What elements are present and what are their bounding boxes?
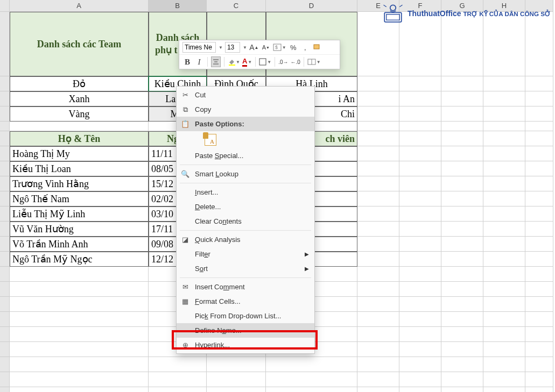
cell[interactable]	[10, 327, 149, 342]
cell[interactable]	[399, 106, 441, 122]
chevron-down-icon[interactable]: ▼	[219, 45, 223, 50]
cell[interactable]	[399, 191, 441, 206]
row-header[interactable]	[0, 161, 10, 176]
cell[interactable]	[483, 237, 525, 252]
row-header[interactable]	[0, 372, 10, 387]
cell[interactable]	[399, 282, 441, 297]
cell[interactable]	[441, 191, 483, 206]
cell-name[interactable]: Trương Vinh Hằng	[10, 176, 149, 191]
cell[interactable]	[441, 206, 483, 222]
cell[interactable]	[483, 267, 525, 282]
row-header[interactable]	[0, 297, 10, 312]
cell[interactable]	[525, 222, 553, 237]
increase-decimal-icon[interactable]: .0→	[278, 56, 288, 67]
cell[interactable]	[10, 387, 149, 392]
header-team-list[interactable]: Danh sách các Team	[10, 12, 149, 76]
row-header[interactable]	[0, 282, 10, 297]
cell[interactable]	[441, 297, 483, 312]
row-header[interactable]	[0, 327, 10, 342]
cell-name[interactable]: Ngô Thế Nam	[10, 191, 149, 206]
cell[interactable]	[399, 297, 441, 312]
col-header-D[interactable]: D	[266, 0, 357, 12]
cell[interactable]	[357, 297, 399, 312]
cell[interactable]	[357, 372, 399, 387]
cell[interactable]	[525, 357, 553, 372]
row-header[interactable]	[0, 76, 10, 91]
cell[interactable]	[441, 372, 483, 387]
comma-icon[interactable]: ,	[300, 42, 310, 53]
row-header[interactable]	[0, 176, 10, 191]
cell[interactable]	[10, 267, 149, 282]
font-color-icon[interactable]: A▼	[242, 56, 252, 67]
cell[interactable]	[441, 76, 483, 91]
cell[interactable]	[357, 237, 399, 252]
cell[interactable]	[357, 76, 399, 91]
cell[interactable]	[266, 357, 357, 372]
cell[interactable]	[357, 122, 399, 131]
cell-name[interactable]: Kiều Thị Loan	[10, 161, 149, 176]
cell[interactable]	[483, 131, 525, 146]
row-header[interactable]	[0, 222, 10, 237]
cell[interactable]	[525, 122, 553, 131]
format-painter-icon[interactable]	[312, 42, 322, 53]
cell[interactable]	[483, 122, 525, 131]
cell[interactable]	[483, 146, 525, 161]
menu-insert[interactable]: Insert...	[177, 185, 314, 199]
cell[interactable]	[399, 357, 441, 372]
cell[interactable]	[357, 282, 399, 297]
menu-insert-comment[interactable]: ✉ Insert Comment	[177, 280, 314, 294]
cell[interactable]	[483, 161, 525, 176]
col-header-C[interactable]: C	[207, 0, 266, 12]
cell[interactable]	[266, 387, 357, 392]
cell[interactable]	[399, 122, 441, 131]
cell[interactable]	[525, 206, 553, 222]
cell[interactable]	[399, 176, 441, 191]
cell[interactable]	[483, 76, 525, 91]
menu-sort[interactable]: Sort ▶	[177, 261, 314, 276]
row-header[interactable]	[0, 91, 10, 106]
cell[interactable]	[525, 106, 553, 122]
cell[interactable]	[357, 267, 399, 282]
cell[interactable]: Xanh	[10, 91, 149, 106]
menu-cut[interactable]: ✂ Cut	[177, 88, 314, 102]
cell[interactable]	[441, 252, 483, 267]
cell[interactable]	[525, 327, 553, 342]
cell-name[interactable]: Hoàng Thị My	[10, 146, 149, 161]
cell[interactable]	[399, 222, 441, 237]
cell[interactable]: Đỏ	[10, 76, 149, 91]
cell[interactable]	[266, 372, 357, 387]
paste-default-icon[interactable]: A	[205, 134, 216, 146]
menu-define-name[interactable]: Define Name...	[177, 323, 314, 338]
cell[interactable]	[483, 372, 525, 387]
row-header[interactable]	[0, 312, 10, 327]
cell[interactable]	[207, 357, 266, 372]
cell[interactable]	[357, 191, 399, 206]
cell[interactable]	[357, 106, 399, 122]
cell-name[interactable]: Võ Trần Minh Anh	[10, 237, 149, 252]
menu-hyperlink[interactable]: ⊕ Hyperlink...	[177, 338, 314, 352]
cell[interactable]	[441, 357, 483, 372]
cell[interactable]	[525, 191, 553, 206]
cell[interactable]	[357, 131, 399, 146]
cell[interactable]	[483, 252, 525, 267]
col-header-B[interactable]: B	[149, 0, 207, 12]
decrease-decimal-icon[interactable]: ←.0	[291, 56, 300, 67]
cell[interactable]	[10, 312, 149, 327]
cell[interactable]	[483, 222, 525, 237]
cell[interactable]	[483, 357, 525, 372]
cell[interactable]	[525, 161, 553, 176]
percent-icon[interactable]: %	[289, 42, 298, 53]
cell[interactable]	[357, 312, 399, 327]
cell[interactable]	[441, 161, 483, 176]
cell[interactable]	[525, 267, 553, 282]
row-header[interactable]	[0, 191, 10, 206]
cell[interactable]	[357, 252, 399, 267]
cell[interactable]	[357, 161, 399, 176]
cell[interactable]	[483, 312, 525, 327]
menu-pick-dropdown[interactable]: Pick From Drop-down List...	[177, 309, 314, 323]
cell[interactable]	[441, 222, 483, 237]
chevron-down-icon[interactable]: ▼	[243, 45, 247, 50]
cell[interactable]	[357, 206, 399, 222]
cell[interactable]	[525, 282, 553, 297]
cell[interactable]	[357, 176, 399, 191]
